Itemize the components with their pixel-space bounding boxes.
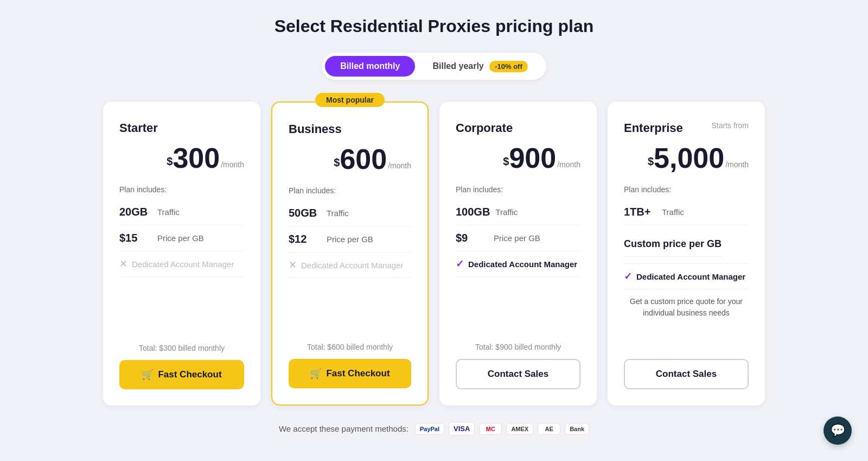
traffic-amount-enterprise: 1TB+ [624, 206, 656, 218]
cross-icon-starter: ✕ [119, 258, 127, 270]
dedicated-row-corporate: ✓ Dedicated Account Manager [456, 251, 580, 277]
price-amount-corporate: 900 [509, 144, 556, 172]
price-period-enterprise: /month [725, 160, 749, 169]
price-dollar-corporate: $ [503, 155, 509, 168]
dedicated-row-business: ✕ Dedicated Account Manager [289, 252, 411, 278]
enterprise-desc: Get a custom price quote for your indivi… [624, 296, 749, 319]
payment-icons: PayPal VISA MC AMEX AE Bank [415, 422, 589, 435]
price-amount-business: 600 [340, 145, 387, 173]
chat-icon: 💬 [831, 424, 845, 438]
price-per-gb-amount-corporate: $9 [456, 232, 488, 244]
contact-button-corporate[interactable]: Contact Sales [456, 359, 580, 389]
price-per-gb-label-corporate: Price per GB [494, 233, 540, 243]
custom-price-label: Custom price per GB [624, 232, 722, 257]
price-row-business: $ 600 /month [289, 145, 411, 173]
plan-name-starter: Starter [119, 121, 244, 135]
price-per-gb-label-business: Price per GB [327, 235, 373, 244]
traffic-label-business: Traffic [327, 209, 349, 218]
cart-icon-starter: 🛒 [142, 369, 154, 381]
plan-includes-corporate: Plan includes: [456, 185, 580, 194]
plan-name-corporate: Corporate [456, 121, 580, 135]
plan-card-business: Most popularBusiness $ 600 /month Plan i… [271, 102, 429, 406]
dedicated-label-corporate: Dedicated Account Manager [468, 260, 577, 269]
price-per-gb-amount-business: $12 [289, 233, 321, 245]
price-row-enterprise: $ 5,000 /month [624, 144, 749, 172]
traffic-label-starter: Traffic [157, 207, 180, 217]
billing-toggle: Billed monthly Billed yearly -10% off [322, 53, 546, 80]
billing-yearly-button[interactable]: Billed yearly -10% off [417, 56, 542, 77]
contact-label-corporate: Contact Sales [488, 369, 548, 379]
most-popular-badge: Most popular [315, 93, 385, 107]
price-per-gb-row-business: $12 Price per GB [289, 226, 411, 252]
check-icon-corporate: ✓ [456, 258, 464, 270]
price-dollar-enterprise: $ [648, 155, 654, 168]
price-period-business: /month [388, 161, 411, 170]
plan-includes-business: Plan includes: [289, 186, 411, 195]
price-per-gb-row-corporate: $9 Price per GB [456, 225, 580, 251]
contact-button-enterprise[interactable]: Contact Sales [624, 359, 749, 389]
plan-includes-enterprise: Plan includes: [624, 185, 749, 194]
checkout-button-starter[interactable]: 🛒 Fast Checkout [119, 360, 244, 389]
dedicated-label-business: Dedicated Account Manager [301, 261, 403, 270]
billing-yearly-label: Billed yearly [432, 61, 483, 71]
amex-icon: AMEX [506, 423, 533, 435]
starts-from-enterprise: Starts from [712, 121, 749, 130]
plan-card-corporate: Corporate $ 900 /month Plan includes: 10… [439, 102, 597, 406]
price-amount-enterprise: 5,000 [654, 144, 724, 172]
traffic-amount-business: 50GB [289, 207, 321, 219]
discount-badge: -10% off [489, 61, 528, 72]
cart-icon-business: 🛒 [310, 368, 322, 380]
price-per-gb-row-starter: $15 Price per GB [119, 225, 244, 251]
contact-label-enterprise: Contact Sales [656, 369, 717, 379]
payment-footer: We accept these payment methods: PayPal … [279, 422, 589, 435]
bank-icon: Bank [565, 423, 589, 435]
plan-name-enterprise: EnterpriseStarts from [624, 121, 749, 135]
plan-card-enterprise: EnterpriseStarts from $ 5,000 /month Pla… [608, 102, 765, 406]
price-row-corporate: $ 900 /month [456, 144, 580, 172]
dedicated-label-enterprise: Dedicated Account Manager [636, 272, 745, 281]
price-period-corporate: /month [557, 160, 580, 169]
plan-card-starter: Starter $ 300 /month Plan includes: 20GB… [103, 102, 260, 406]
mastercard-icon: MC [479, 423, 502, 435]
plans-container: Starter $ 300 /month Plan includes: 20GB… [65, 102, 803, 406]
traffic-amount-corporate: 100GB [456, 206, 490, 218]
dedicated-row-starter: ✕ Dedicated Account Manager [119, 251, 244, 277]
traffic-label-enterprise: Traffic [662, 207, 684, 217]
price-per-gb-label-starter: Price per GB [157, 233, 204, 243]
traffic-row-corporate: 100GB Traffic [456, 199, 580, 225]
page-title: Select Residential Proxies pricing plan [275, 16, 594, 36]
plan-name-business: Business [289, 122, 411, 136]
dedicated-label-starter: Dedicated Account Manager [132, 260, 234, 269]
ae-icon: AE [538, 423, 560, 435]
traffic-label-corporate: Traffic [495, 207, 518, 217]
price-row-starter: $ 300 /month [119, 144, 244, 172]
price-dollar-business: $ [334, 156, 340, 169]
checkout-button-business[interactable]: 🛒 Fast Checkout [289, 359, 411, 388]
plan-includes-starter: Plan includes: [119, 185, 244, 194]
traffic-row-business: 50GB Traffic [289, 200, 411, 226]
visa-icon: VISA [449, 422, 475, 435]
cross-icon-business: ✕ [289, 259, 297, 271]
checkout-label-starter: Fast Checkout [158, 369, 221, 380]
total-text-enterprise [624, 340, 749, 351]
traffic-amount-starter: 20GB [119, 206, 152, 218]
traffic-row-starter: 20GB Traffic [119, 199, 244, 225]
dedicated-row-enterprise: ✓ Dedicated Account Manager [624, 264, 749, 289]
price-dollar-starter: $ [167, 155, 173, 168]
check-icon-enterprise: ✓ [624, 270, 632, 282]
chat-button[interactable]: 💬 [824, 416, 852, 445]
paypal-icon: PayPal [415, 423, 444, 435]
billing-monthly-button[interactable]: Billed monthly [325, 56, 415, 77]
traffic-row-enterprise: 1TB+ Traffic [624, 199, 749, 225]
checkout-label-business: Fast Checkout [326, 368, 390, 379]
price-per-gb-amount-starter: $15 [119, 232, 152, 244]
total-text-starter: Total: $300 billed monthly [119, 333, 244, 352]
price-amount-starter: 300 [173, 144, 220, 172]
price-period-starter: /month [221, 160, 244, 169]
payment-label: We accept these payment methods: [279, 424, 409, 433]
price-per-gb-row-enterprise: Custom price per GB [624, 225, 749, 264]
total-text-business: Total: $600 billed monthly [289, 332, 411, 351]
total-text-corporate: Total: $900 billed monthly [456, 332, 580, 351]
